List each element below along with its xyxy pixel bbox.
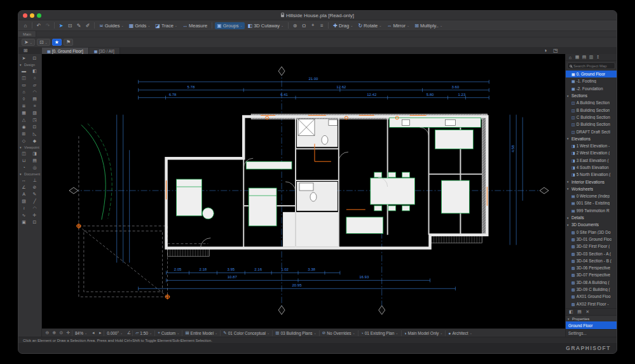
curtain-wall-tool-button[interactable]: ▤ (29, 95, 40, 102)
navigator-item[interactable]: ▦-2. Foundation (566, 85, 617, 92)
zoom-out-icon[interactable]: ⊖ (44, 330, 51, 335)
label-tool-button[interactable]: ✎ (29, 191, 40, 198)
drawing-tool-button[interactable]: ⊡ (29, 219, 40, 226)
quick-option-main-model-only[interactable]: ◑Main Model Only⌄ (401, 330, 446, 336)
tab-overview-button[interactable]: ⊞ (22, 48, 29, 53)
navigator-item[interactable]: ▧3D-04 Section - B ( (566, 257, 617, 264)
quick-option-84-[interactable]: 84%⌄ (72, 330, 90, 336)
map-view-icon[interactable]: ◧ (568, 309, 575, 314)
favorites-option-button[interactable]: ★ (52, 39, 62, 46)
navigator-item[interactable]: ◨1 West Elevation - (566, 142, 617, 149)
guides-button[interactable]: ≍Guides⌄ (97, 22, 126, 29)
marquee-icon[interactable]: ⊡ (66, 23, 74, 29)
navigator-item[interactable]: ◨5 North Elevation ( (566, 171, 617, 178)
view-map-icon[interactable]: ▤ (581, 55, 587, 60)
pickup-syringe-icon[interactable]: ✎ (75, 23, 83, 29)
project-chooser-icon[interactable]: ⌂ (567, 55, 573, 60)
navigator-item[interactable]: ▾Elevations (566, 135, 617, 142)
close-window-button[interactable] (23, 13, 27, 18)
groups-button[interactable]: ▣Groups⌄ (215, 22, 244, 29)
profile-a-tool-button[interactable]: ◇ (18, 137, 29, 144)
interior-elevation-tool-button[interactable]: ⊔ (18, 157, 29, 164)
angle-dimension-tool-button[interactable]: ∠ (18, 184, 29, 191)
floor-plan-canvas[interactable]: 21.005.7812.623.606.786.4112.425.801.232… (42, 54, 565, 328)
orientation-icon[interactable]: ∠ (125, 330, 132, 335)
roof-tool-button[interactable]: ⌂ (18, 88, 29, 95)
arc-tool-button[interactable]: ◠ (29, 205, 40, 212)
navigator-item[interactable]: ▧3D-06 Perspective (566, 264, 617, 271)
text-tool-button[interactable]: A (18, 191, 29, 198)
railing-tool-button[interactable]: ≡ (29, 102, 40, 109)
level-dimension-tool-button[interactable]: ⊥ (29, 177, 40, 184)
marquee-option-button[interactable]: ⊡⌄ (37, 39, 50, 46)
stair-tool-button[interactable]: ≣ (18, 102, 29, 109)
column-tool-button[interactable]: ○ (29, 74, 40, 81)
marquee-tool-button[interactable]: ⊡ (29, 55, 40, 62)
navigator-item[interactable]: ▾3D Documents (566, 221, 617, 228)
navigator-item[interactable]: ▦-1. Footing (566, 78, 617, 84)
properties-settings-button[interactable]: Settings... (566, 329, 617, 337)
toolbox-section-document[interactable]: ▾Document (18, 171, 41, 177)
navigator-item[interactable]: ▾Worksheets (566, 185, 617, 192)
trace-button[interactable]: ◪Trace⌄ (153, 22, 179, 29)
navigator-item[interactable]: ◫B Building Section (566, 106, 617, 113)
link-icon[interactable]: ⊛ (291, 23, 299, 29)
equipment-tool-button[interactable]: ⊞ (18, 130, 29, 137)
radial-dimension-tool-button[interactable]: ⊘ (29, 184, 40, 191)
hotspot-tool-button[interactable]: ✛ (29, 212, 40, 219)
door-tool-button[interactable]: ◧ (29, 67, 40, 74)
navigator-item[interactable]: ▧0 Site Plan (3D Do (566, 229, 617, 236)
redo-icon[interactable]: ↷ (44, 23, 51, 29)
align-icon[interactable]: ≡ (318, 23, 325, 29)
chevron-down-icon[interactable]: ▾ (567, 187, 570, 191)
navigator-item[interactable]: ▦0. Ground Floor (566, 71, 617, 78)
detail-tool-button[interactable]: ◔ (18, 164, 29, 171)
fill-tool-button[interactable]: ▨ (18, 198, 29, 205)
navigator-item[interactable]: ◨2 West Elevation ( (566, 149, 617, 156)
navigator-item[interactable]: ▾Interior Elevations (566, 178, 617, 185)
navigator-item[interactable]: ▧AX02 First Floor - (566, 300, 617, 307)
chevron-down-icon[interactable]: ▾ (567, 137, 570, 140)
navigator-item[interactable]: ◨4 South Elevation (566, 164, 617, 171)
undo-icon[interactable]: ↶ (35, 23, 43, 29)
minimize-window-button[interactable] (30, 13, 34, 18)
navigator-item[interactable]: ▤0 Welcome (Indep (566, 192, 617, 199)
properties-selected-item[interactable]: Ground Floor (566, 321, 617, 329)
profile-b-tool-button[interactable]: ◆ (29, 137, 40, 144)
zoom-window-button[interactable] (37, 13, 41, 18)
zone-tool-button[interactable]: ▨ (29, 109, 40, 116)
rotate-button[interactable]: ↻Rotate⌄ (356, 22, 383, 29)
pan-icon[interactable]: ✛ (65, 330, 72, 335)
figure-tool-button[interactable]: ▣ (18, 219, 29, 226)
navigator-item[interactable]: ▤999 Twinmotion R (566, 207, 617, 214)
home-icon[interactable]: ⌂ (22, 23, 29, 29)
navigator-item[interactable]: ▾Sections (566, 92, 617, 99)
multiply--button[interactable]: ⊞Multiply..⌄ (413, 22, 444, 29)
toolbox-section-viewpoint[interactable]: ▾Viewpoint (18, 144, 41, 150)
navigator-item[interactable]: ◫D Building Section (566, 121, 617, 128)
grids-button[interactable]: ▦Grids⌄ (127, 22, 153, 29)
zoom-in-icon[interactable]: ⊕ (51, 330, 58, 335)
3d-cutaway-button[interactable]: ◧3D Cutaway⌄ (246, 22, 286, 29)
view-settings-icon[interactable]: ◑ (542, 48, 549, 53)
zoom-area-icon[interactable]: ⊙ (58, 330, 65, 335)
dimension-tool-button[interactable]: ↔ (18, 177, 29, 184)
quick-option-architect[interactable]: ●Architect⌄ (445, 330, 474, 336)
quick-option-1-50[interactable]: ▱1:50⌄ (132, 330, 154, 336)
polyline-tool-button[interactable]: ≀ (18, 205, 29, 212)
shell-tool-button[interactable]: ◠ (29, 88, 40, 95)
quick-option-01-existing-plan[interactable]: ◔01 Existing Plan⌄ (358, 330, 401, 336)
worksheet-tool-button[interactable]: ▤ (29, 157, 40, 164)
chevron-down-icon[interactable]: ▾ (567, 223, 570, 227)
navigator-item[interactable]: ▧3D-08 A Building ( (566, 279, 617, 286)
chevron-down-icon[interactable]: ▾ (567, 94, 570, 98)
flag-option-button[interactable]: ⚑ (64, 39, 73, 46)
quick-option-0-000-[interactable]: 0.000°⌄ (104, 330, 125, 336)
section-tool-button[interactable]: ◫ (18, 150, 29, 157)
fullscreen-icon[interactable]: ◳ (552, 48, 559, 53)
inject-syringe-icon[interactable]: ✐ (84, 23, 92, 29)
navigator-item[interactable]: ◫DRAFT Draft Secti (566, 128, 617, 135)
navigator-item[interactable]: ▤001 Site - Existing (566, 199, 617, 206)
tab--0-ground-floor-[interactable]: ▦[0. Ground Floor] (42, 48, 89, 54)
drag-button[interactable]: ✚Drag⌄ (331, 22, 355, 29)
